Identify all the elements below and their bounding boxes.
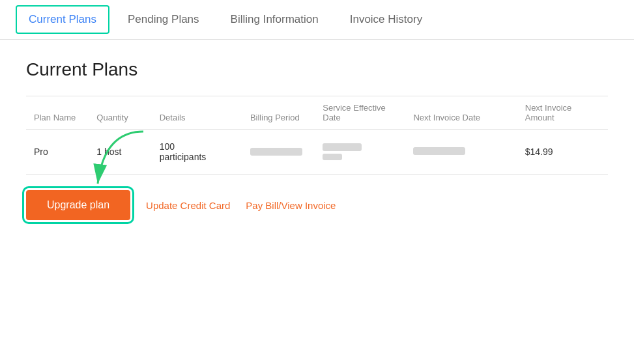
cell-details: 100 participants [152,130,242,175]
tab-pending-plans[interactable]: Pending Plans [112,0,215,39]
cell-service-effective-date [315,130,405,175]
plans-table: Plan Name Quantity Details Billing Perio… [26,96,608,175]
col-header-quantity: Quantity [89,96,151,130]
cell-billing-period [242,130,315,175]
col-header-next-invoice-date: Next Invoice Date [405,96,517,130]
footer-actions: Upgrade plan Update Credit Card Pay Bill… [26,190,608,220]
cell-next-invoice-date [405,130,517,175]
col-header-billing-period: Billing Period [242,96,315,130]
tab-billing-information[interactable]: Billing Information [215,0,334,39]
tab-navigation: Current Plans Pending Plans Billing Info… [0,0,634,40]
page-title: Current Plans [26,59,608,80]
upgrade-plan-button[interactable]: Upgrade plan [26,190,130,220]
update-credit-card-link[interactable]: Update Credit Card [146,200,230,211]
cell-next-invoice-amount: $14.99 [517,130,608,175]
main-content: Current Plans Plan Name Quantity Details… [0,40,634,240]
redacted-next-date [413,147,465,155]
cell-plan-name: Pro [26,130,89,175]
pay-bill-view-invoice-link[interactable]: Pay Bill/View Invoice [246,200,336,211]
table-row: Pro 1 host 100 participants [26,130,608,175]
col-header-details: Details [152,96,242,130]
redacted-service-1 [323,143,362,151]
col-header-plan-name: Plan Name [26,96,89,130]
cell-quantity: 1 host [89,130,151,175]
col-header-service-effective-date: Service Effective Date [315,96,405,130]
redacted-service-2 [323,154,342,160]
tab-current-plans[interactable]: Current Plans [16,5,109,34]
col-header-next-invoice-amount: Next Invoice Amount [517,96,608,130]
redacted-billing-1 [250,148,302,156]
tab-invoice-history[interactable]: Invoice History [334,0,438,39]
